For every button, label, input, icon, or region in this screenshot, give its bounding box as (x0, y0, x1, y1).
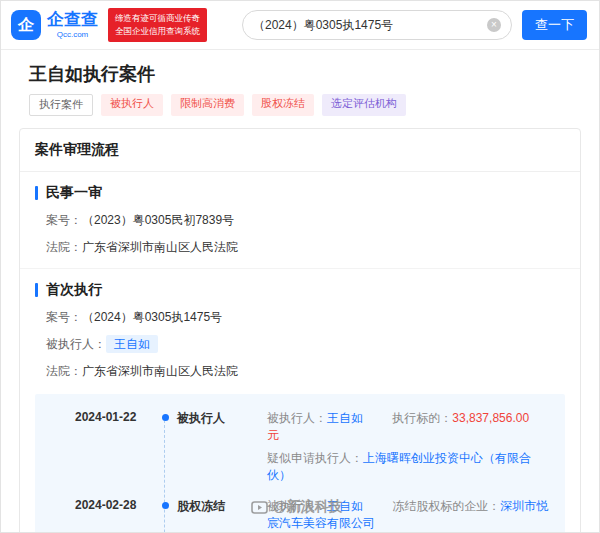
tag-list: 执行案件 被执行人 限制高消费 股权冻结 选定评估机构 (1, 94, 599, 115)
timeline-details: 被执行人：王自如 执行标的：33,837,856.00元 疑似申请执行人：上海曙… (267, 410, 555, 484)
tag-execution-case[interactable]: 执行案件 (29, 94, 93, 115)
execution-timeline: 2024-01-22 被执行人 被执行人：王自如 执行标的：33,837,856… (35, 394, 565, 533)
logo-name: 企查查 (47, 11, 98, 28)
slogan-banner: 缔造有迹可循商业传奇 全国企业信用查询系统 (108, 8, 207, 42)
court-value: 广东省深圳市南山区人民法院 (82, 240, 238, 254)
timeline-date: 2024-01-22 (75, 410, 153, 484)
top-bar: 企 企查查 Qcc.com 缔造有迹可循商业传奇 全国企业信用查询系统 （202… (1, 1, 599, 50)
search-input[interactable]: （2024）粤0305执1475号 (253, 17, 393, 34)
timeline-event: 被执行人 (177, 410, 267, 484)
detail-label: 执行标的： (392, 411, 452, 425)
court-label: 法院： (46, 364, 82, 378)
detail-label: 被执行人： (267, 411, 327, 425)
court-row: 法院：广东省深圳市南山区人民法院 (46, 363, 565, 380)
slogan-line-2: 全国企业信用查询系统 (115, 25, 200, 38)
qcc-logo-icon: 企 (11, 10, 41, 40)
search-box[interactable]: （2024）粤0305执1475号 × (242, 10, 512, 40)
detail-label: 疑似申请执行人： (267, 451, 363, 465)
executed-person-row: 被执行人：王自如 (46, 336, 565, 353)
search-button[interactable]: 查一下 (522, 10, 587, 40)
executed-person-tag[interactable]: 王自如 (106, 335, 158, 353)
logo-subtitle: Qcc.com (57, 30, 89, 39)
case-number-value: （2024）粤0305执1475号 (82, 310, 222, 324)
timeline-dot-icon (162, 502, 169, 509)
page-title: 王自如执行案件 (1, 62, 599, 86)
court-value: 广东省深圳市南山区人民法院 (82, 364, 238, 378)
qcc-logo[interactable]: 企 企查查 Qcc.com (11, 10, 98, 40)
case-number-label: 案号： (46, 310, 82, 324)
detail-label: 被执行人： (267, 499, 327, 513)
case-number-value: （2023）粤0305民初7839号 (82, 213, 234, 227)
tag-appraisal-agency[interactable]: 选定评估机构 (322, 94, 406, 115)
case-civil-first-instance: 民事一审 案号：（2023）粤0305民初7839号 法院：广东省深圳市南山区人… (20, 172, 580, 268)
timeline-event: 股权冻结 (177, 498, 267, 533)
timeline-dot-icon (162, 414, 169, 421)
tag-consumption-restriction[interactable]: 限制高消费 (171, 94, 244, 115)
timeline-details: 被执行人：王自如 冻结股权标的企业：深圳市悦宸汽车美容有限公司 冻结股权数额：1… (267, 498, 555, 533)
case-number-row: 案号：（2023）粤0305民初7839号 (46, 212, 565, 229)
case-first-execution: 首次执行 案号：（2024）粤0305执1475号 被执行人：王自如 法院：广东… (20, 268, 580, 533)
executed-person-label: 被执行人： (46, 337, 106, 351)
slogan-line-1: 缔造有迹可循商业传奇 (115, 12, 200, 25)
tag-person-subject[interactable]: 被执行人 (101, 94, 163, 115)
timeline-date: 2024-02-28 (75, 498, 153, 533)
detail-label: 冻结股权标的企业： (392, 499, 500, 513)
tag-equity-freeze[interactable]: 股权冻结 (252, 94, 314, 115)
qcc-logo-text: 企查查 Qcc.com (47, 11, 98, 39)
qcc-page: 企 企查查 Qcc.com 缔造有迹可循商业传奇 全国企业信用查询系统 （202… (0, 0, 600, 533)
timeline-row: 2024-02-28 股权冻结 被执行人：王自如 冻结股权标的企业：深圳市悦宸汽… (75, 498, 555, 533)
court-row: 法院：广东省深圳市南山区人民法院 (46, 239, 565, 256)
detail-value-link[interactable]: 王自如 (327, 411, 363, 425)
timeline-row: 2024-01-22 被执行人 被执行人：王自如 执行标的：33,837,856… (75, 410, 555, 484)
case-title: 民事一审 (35, 184, 565, 202)
court-label: 法院： (46, 240, 82, 254)
section-title: 案件审理流程 (20, 129, 580, 172)
case-title: 首次执行 (35, 281, 565, 299)
case-number-label: 案号： (46, 213, 82, 227)
case-process-card: 案件审理流程 民事一审 案号：（2023）粤0305民初7839号 法院：广东省… (19, 128, 581, 533)
detail-value-link[interactable]: 王自如 (327, 499, 363, 513)
clear-icon[interactable]: × (487, 18, 501, 32)
case-number-row: 案号：（2024）粤0305执1475号 (46, 309, 565, 326)
